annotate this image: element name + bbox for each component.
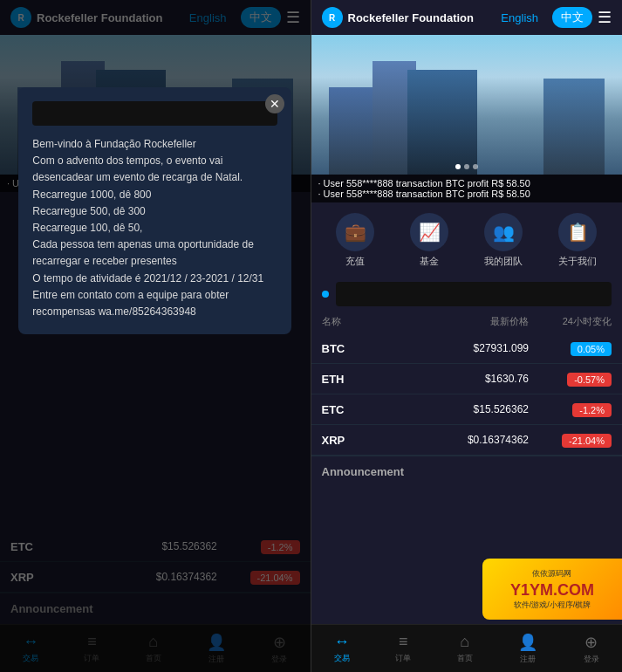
right-lang-area: English 中文 ☰	[492, 7, 612, 28]
watermark-sub: 软件/游戏/小程序/棋牌	[510, 600, 594, 611]
left-modal-overlay: ✕ Bem-vindo à Fundação Rockefeller Com o…	[0, 0, 311, 672]
right-panel: R Rockefeller Foundation English 中文 ☰ · …	[311, 0, 623, 672]
right-about-icon: 📋	[558, 213, 597, 251]
left-modal-black-bar	[32, 101, 277, 126]
right-icons-row: 💼 充值 📈 基金 👥 我的团队 📋 关于我们	[311, 202, 623, 278]
right-blue-dot	[322, 291, 329, 298]
watermark-header: 依依源码网	[510, 568, 594, 579]
right-etc-price: $15.526362	[405, 403, 530, 415]
right-icon-fund[interactable]: 📈 基金	[410, 213, 448, 268]
right-ticker: · User 558****888 transaction BTC profit…	[311, 175, 623, 202]
right-hero-bg	[311, 35, 623, 175]
left-modal: ✕ Bem-vindo à Fundação Rockefeller Com o…	[18, 87, 291, 334]
right-menu-icon[interactable]: ☰	[598, 8, 612, 27]
right-nav-register-icon: 👤	[518, 633, 537, 652]
right-deposit-icon: 💼	[336, 213, 374, 251]
right-building-4	[543, 79, 605, 175]
right-header: R Rockefeller Foundation English 中文 ☰	[311, 0, 623, 35]
right-logo-area: R Rockefeller Foundation	[322, 7, 474, 28]
right-btc-name: BTC	[322, 342, 405, 355]
right-eth-change: -0.57%	[529, 371, 612, 387]
right-nav-login[interactable]: ⊕ 登录	[584, 633, 599, 665]
right-nav-register[interactable]: 👤 注册	[518, 633, 537, 665]
right-xrp-name: XRP	[322, 434, 405, 447]
right-hero-dots	[455, 164, 478, 169]
right-etc-change: -1.2%	[529, 401, 612, 417]
right-nav-trade-icon: ↔	[334, 633, 350, 651]
right-nav-home[interactable]: ⌂ 首页	[457, 633, 473, 664]
right-nav-home-label: 首页	[457, 653, 473, 664]
right-lang-en-btn[interactable]: English	[492, 9, 547, 27]
right-table-header: 名称 最新价格 24小时变化	[311, 310, 623, 333]
right-bottom-nav: ↔ 交易 ≡ 订单 ⌂ 首页 👤 注册 ⊕ 登录	[311, 624, 623, 672]
right-row-etc[interactable]: ETC $15.526362 -1.2%	[311, 394, 623, 425]
right-icon-deposit[interactable]: 💼 充值	[336, 213, 374, 268]
right-col-price: 最新价格	[405, 315, 530, 328]
right-nav-trade-label: 交易	[334, 653, 350, 664]
right-nav-order-icon: ≡	[399, 633, 408, 651]
right-nav-register-label: 注册	[520, 654, 536, 665]
right-eth-name: ETH	[322, 373, 405, 386]
right-eth-price: $1630.76	[405, 373, 530, 385]
right-deposit-label: 充值	[345, 255, 365, 268]
right-logo-text: Rockefeller Foundation	[348, 11, 474, 24]
right-xrp-price: $0.16374362	[405, 434, 530, 446]
right-xrp-badge: -21.04%	[562, 434, 612, 448]
watermark-site: Y1YM.COM	[510, 581, 594, 600]
right-nav-order-label: 订单	[395, 653, 411, 664]
right-nav-home-icon: ⌂	[460, 633, 469, 651]
right-row-eth[interactable]: ETH $1630.76 -0.57%	[311, 364, 623, 394]
right-btc-price: $27931.099	[405, 342, 530, 354]
right-nav-login-label: 登录	[584, 654, 599, 665]
right-row-btc[interactable]: BTC $27931.099 0.05%	[311, 333, 623, 364]
right-xrp-change: -21.04%	[529, 432, 612, 448]
right-lang-zh-btn[interactable]: 中文	[552, 7, 592, 28]
right-announcement: Announcement	[311, 456, 623, 487]
watermark-inner: 依依源码网 Y1YM.COM 软件/游戏/小程序/棋牌	[510, 568, 594, 611]
right-team-label: 我的团队	[484, 255, 523, 268]
right-building-3	[407, 70, 477, 175]
right-ticker-line1: · User 558****888 transaction BTC profit…	[318, 178, 530, 189]
right-etc-badge: -1.2%	[572, 403, 612, 417]
right-eth-badge: -0.57%	[567, 373, 612, 387]
right-black-bar	[336, 282, 612, 306]
right-logo-icon: R	[322, 7, 343, 28]
right-btc-change: 0.05%	[529, 340, 612, 356]
left-panel: R Rockefeller Foundation English 中文 ☰ · …	[0, 0, 311, 672]
right-nav-order[interactable]: ≡ 订单	[395, 633, 411, 664]
right-about-label: 关于我们	[558, 255, 597, 268]
right-team-icon: 👥	[484, 213, 523, 251]
right-col-name: 名称	[322, 315, 405, 328]
right-icon-about[interactable]: 📋 关于我们	[558, 213, 597, 268]
left-modal-close-btn[interactable]: ✕	[265, 94, 284, 113]
right-icon-team[interactable]: 👥 我的团队	[484, 213, 523, 268]
right-btc-badge: 0.05%	[571, 342, 612, 356]
right-ticker-line2: · User 558****888 transaction BTC profit…	[318, 189, 530, 199]
right-nav-trade[interactable]: ↔ 交易	[334, 633, 350, 664]
right-nav-login-icon: ⊕	[584, 633, 598, 652]
right-row-xrp[interactable]: XRP $0.16374362 -21.04%	[311, 425, 623, 456]
right-fund-label: 基金	[420, 255, 439, 268]
right-etc-name: ETC	[322, 403, 405, 416]
right-dot-row	[311, 278, 623, 310]
watermark: 依依源码网 Y1YM.COM 软件/游戏/小程序/棋牌	[482, 559, 622, 620]
right-hero	[311, 35, 623, 175]
right-col-change: 24小时变化	[529, 315, 612, 328]
right-fund-icon: 📈	[410, 213, 448, 251]
left-modal-text: Bem-vindo à Fundação Rockefeller Com o a…	[32, 136, 277, 320]
